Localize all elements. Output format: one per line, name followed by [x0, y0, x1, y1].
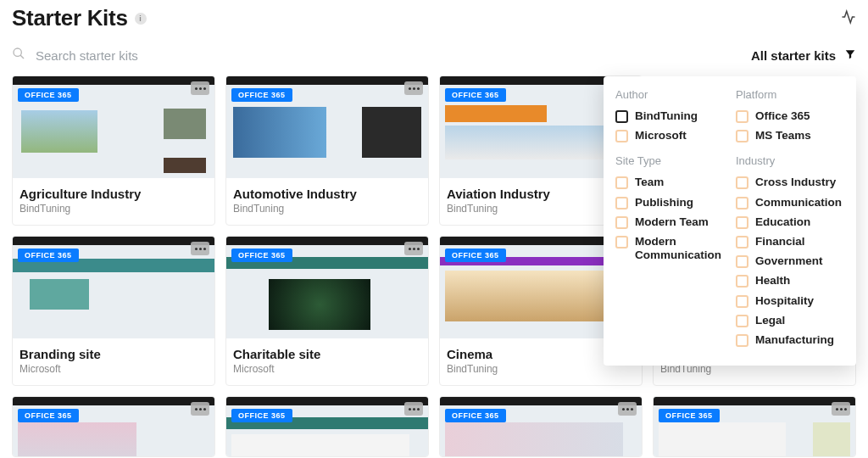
filter-option-health[interactable]: Health	[736, 274, 844, 288]
platform-badge: OFFICE 365	[445, 409, 506, 422]
checkbox-icon	[615, 236, 628, 249]
activity-icon[interactable]	[841, 9, 856, 28]
filter-option-label: Office 365	[755, 109, 810, 123]
filter-group-sitetype-title: Site Type	[615, 154, 724, 167]
checkbox-icon	[736, 236, 748, 249]
card-partial[interactable]: OFFICE 365	[12, 396, 215, 457]
platform-badge: OFFICE 365	[445, 249, 506, 262]
platform-badge: OFFICE 365	[18, 409, 79, 422]
svg-line-1	[20, 55, 24, 59]
filter-option-label: Microsoft	[635, 129, 687, 142]
platform-badge: OFFICE 365	[18, 88, 79, 102]
checkbox-icon	[736, 130, 748, 142]
checkbox-icon	[736, 197, 748, 209]
filter-option-hospitality[interactable]: Hospitality	[736, 294, 844, 308]
card-partial[interactable]: OFFICE 365	[225, 396, 429, 457]
card-automotive[interactable]: OFFICE 365 Automotive IndustryBindTuning	[225, 75, 429, 226]
platform-badge: OFFICE 365	[231, 409, 292, 422]
filter-option-education[interactable]: Education	[736, 215, 844, 229]
checkbox-icon	[736, 110, 748, 123]
checkbox-icon	[736, 315, 748, 327]
filter-option-label: Health	[755, 274, 790, 288]
filter-option-financial[interactable]: Financial	[736, 235, 844, 249]
filter-option-label: Modern Communication	[635, 235, 724, 262]
filter-option-team[interactable]: Team	[615, 176, 724, 189]
filter-option-label: Financial	[755, 235, 805, 249]
filter-group-platform-title: Platform	[736, 88, 844, 101]
filter-option-label: Education	[755, 215, 810, 229]
platform-badge: OFFICE 365	[445, 88, 506, 102]
platform-badge: OFFICE 365	[231, 249, 292, 262]
filter-option-legal[interactable]: Legal	[736, 314, 844, 327]
filter-icon	[844, 48, 856, 63]
filter-panel: Author BindTuning Microsoft Site Type Te…	[604, 76, 856, 366]
filter-option-modern-team[interactable]: Modern Team	[615, 215, 724, 229]
search-input[interactable]	[36, 48, 290, 63]
card-author: Microsoft	[233, 363, 421, 375]
card-partial[interactable]: OFFICE 365	[439, 396, 643, 457]
filter-option-bindtuning[interactable]: BindTuning	[615, 109, 724, 123]
filter-option-label: Legal	[755, 314, 785, 327]
filter-option-label: Hospitality	[755, 294, 814, 308]
filter-option-label: Modern Team	[635, 215, 709, 229]
platform-badge: OFFICE 365	[659, 409, 720, 422]
checkbox-icon	[615, 130, 628, 142]
page-title: Starter Kits	[12, 5, 128, 31]
filter-option-microsoft[interactable]: Microsoft	[615, 129, 724, 142]
filter-option-label: MS Teams	[755, 129, 811, 142]
info-icon[interactable]: i	[135, 13, 147, 25]
filter-option-government[interactable]: Government	[736, 254, 844, 268]
card-agriculture[interactable]: OFFICE 365 Agriculture IndustryBindTunin…	[12, 75, 215, 226]
card-author: Microsoft	[19, 363, 208, 375]
checkbox-icon	[736, 216, 748, 229]
checkbox-icon	[615, 216, 628, 229]
checkbox-icon	[736, 255, 748, 268]
checkbox-icon	[736, 176, 748, 189]
filter-option-label: Government	[755, 254, 823, 268]
filter-option-publishing[interactable]: Publishing	[615, 196, 724, 209]
search-icon	[12, 47, 25, 64]
filter-option-msteams[interactable]: MS Teams	[736, 129, 844, 142]
checkbox-icon	[615, 197, 628, 209]
filter-option-label: Communication	[755, 196, 842, 209]
filter-option-label: Cross Industry	[755, 176, 836, 189]
checkbox-icon	[736, 295, 748, 308]
card-author: BindTuning	[19, 203, 208, 215]
filter-group-industry-title: Industry	[736, 154, 844, 167]
checkbox-icon	[736, 334, 748, 347]
checkbox-icon	[615, 110, 628, 123]
checkbox-icon	[736, 275, 748, 288]
filter-toggle[interactable]: All starter kits	[751, 48, 856, 63]
card-branding[interactable]: OFFICE 365 Branding siteMicrosoft	[12, 236, 215, 386]
card-charitable[interactable]: OFFICE 365 Charitable siteMicrosoft	[225, 236, 429, 386]
card-author: BindTuning	[233, 203, 421, 215]
card-title: Branding site	[19, 347, 208, 361]
filter-option-office365[interactable]: Office 365	[736, 109, 844, 123]
card-title: Automotive Industry	[233, 187, 421, 201]
svg-point-0	[14, 48, 21, 56]
checkbox-icon	[615, 176, 628, 189]
filter-option-label: Manufacturing	[755, 333, 834, 347]
card-title: Charitable site	[233, 347, 421, 361]
card-title: Agriculture Industry	[19, 187, 208, 201]
filter-option-communication[interactable]: Communication	[736, 196, 844, 209]
filter-option-label: Publishing	[635, 196, 693, 209]
filter-option-cross-industry[interactable]: Cross Industry	[736, 176, 844, 189]
filter-option-manufacturing[interactable]: Manufacturing	[736, 333, 844, 347]
filter-option-modern-communication[interactable]: Modern Communication	[615, 235, 724, 262]
filter-group-author-title: Author	[615, 88, 724, 101]
platform-badge: OFFICE 365	[231, 88, 292, 102]
filter-option-label: BindTuning	[635, 109, 698, 123]
platform-badge: OFFICE 365	[18, 249, 79, 262]
filter-toggle-label: All starter kits	[751, 48, 836, 63]
card-partial[interactable]: OFFICE 365	[653, 396, 856, 457]
filter-option-label: Team	[635, 176, 664, 189]
